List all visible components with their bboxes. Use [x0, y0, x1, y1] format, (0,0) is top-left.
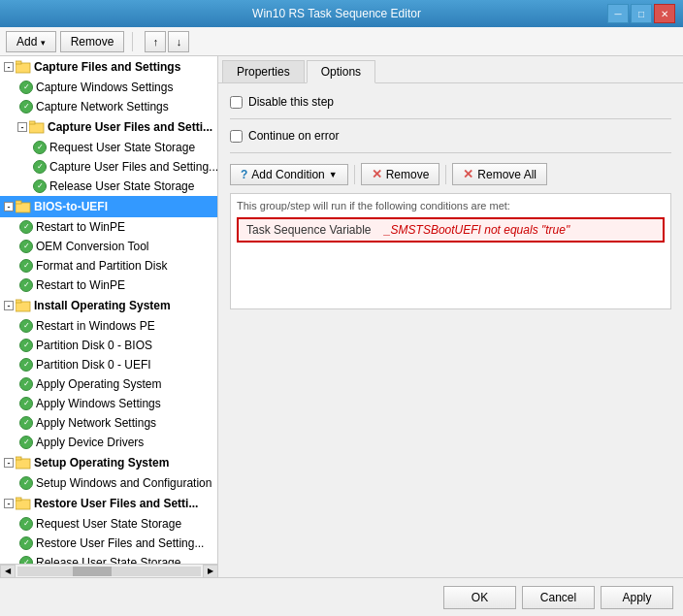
divider-1: [230, 118, 671, 119]
check-icon: [19, 397, 33, 410]
check-icon: [19, 416, 33, 430]
svg-rect-5: [16, 201, 21, 204]
move-up-icon[interactable]: ↑: [145, 31, 166, 52]
svg-rect-3: [29, 121, 35, 124]
item-label: Restore User Files and Setting...: [36, 535, 204, 552]
item-setup-windows[interactable]: Setup Windows and Configuration: [0, 473, 217, 493]
group-capture-user[interactable]: - Capture User Files and Setti...: [0, 116, 217, 138]
item-request-user-state[interactable]: Request User State Storage: [0, 138, 217, 157]
group-install-os[interactable]: - Install Operating System: [0, 295, 217, 316]
item-label: Request User State Storage: [36, 515, 181, 533]
condition-type: Task Sequence Variable: [246, 223, 372, 237]
item-restart-windows-pe[interactable]: Restart in Windows PE: [0, 316, 217, 336]
toolbar-icon-group: ↑ ↓: [145, 31, 189, 52]
minimize-button[interactable]: ─: [607, 4, 629, 23]
remove-button[interactable]: Remove: [60, 31, 125, 52]
group-setup-os[interactable]: - Setup Operating System: [0, 452, 217, 473]
group-capture-files[interactable]: - Capture Files and Settings: [0, 56, 217, 78]
group-restore-user[interactable]: - Restore User Files and Setti...: [0, 493, 217, 514]
expand-icon[interactable]: -: [4, 499, 14, 508]
condition-toolbar: ? Add Condition ▼ ✕ Remove ✕ Remove All: [230, 163, 671, 185]
item-label: Capture Network Settings: [36, 98, 169, 115]
add-condition-button[interactable]: ? Add Condition ▼: [230, 164, 348, 185]
item-label: Setup Windows and Configuration: [36, 474, 211, 492]
disable-step-label: Disable this step: [248, 95, 334, 109]
folder-icon: [16, 497, 31, 510]
add-button[interactable]: Add ▾: [6, 31, 56, 52]
maximize-button[interactable]: □: [631, 4, 652, 23]
item-apply-windows-settings[interactable]: Apply Windows Settings: [0, 394, 217, 413]
bottom-bar: OK Cancel Apply: [0, 577, 683, 616]
folder-icon: [16, 299, 31, 312]
item-label: Restart to WinPE: [36, 218, 125, 236]
tab-options[interactable]: Options: [307, 60, 375, 83]
check-icon: [19, 536, 33, 550]
svg-rect-1: [16, 61, 21, 64]
item-restore-user-files[interactable]: Restore User Files and Setting...: [0, 534, 217, 553]
tab-properties[interactable]: Properties: [222, 60, 305, 82]
main-toolbar: Add ▾ Remove ↑ ↓: [0, 27, 683, 56]
item-restart-winpe-2[interactable]: Restart to WinPE: [0, 276, 217, 295]
item-label: Capture Windows Settings: [36, 79, 173, 96]
item-partition-bios[interactable]: Partition Disk 0 - BIOS: [0, 336, 217, 355]
remove-condition-button[interactable]: ✕ Remove: [361, 163, 440, 185]
item-capture-user-files[interactable]: Capture User Files and Setting...: [0, 157, 217, 177]
item-label: Apply Network Settings: [36, 414, 156, 432]
check-icon: [19, 476, 33, 490]
close-button[interactable]: ✕: [654, 4, 675, 23]
continue-error-checkbox[interactable]: [230, 130, 243, 143]
folder-icon: [16, 60, 31, 74]
expand-icon[interactable]: -: [4, 202, 14, 211]
check-icon: [19, 436, 33, 449]
group-capture-files-label: Capture Files and Settings: [34, 58, 180, 76]
group-restore-user-label: Restore User Files and Setti...: [34, 495, 198, 512]
item-partition-uefi[interactable]: Partition Disk 0 - UEFI: [0, 355, 217, 374]
cancel-button[interactable]: Cancel: [522, 586, 595, 609]
condition-row[interactable]: Task Sequence Variable _SMSTSBootUEFI no…: [237, 217, 665, 243]
disable-step-checkbox[interactable]: [230, 96, 243, 109]
item-restart-winpe-1[interactable]: Restart to WinPE: [0, 217, 217, 237]
remove-all-button[interactable]: ✕ Remove All: [452, 163, 547, 185]
item-label: Request User State Storage: [49, 139, 195, 156]
item-apply-os[interactable]: Apply Operating System: [0, 374, 217, 394]
scroll-left-button[interactable]: ◀: [0, 565, 16, 578]
scroll-right-button[interactable]: ▶: [203, 565, 218, 578]
scroll-thumb[interactable]: [73, 567, 112, 576]
expand-icon[interactable]: -: [4, 62, 14, 72]
tree-panel: - Capture Files and Settings Capture Win…: [0, 56, 218, 577]
horizontal-scrollbar: ◀ ▶: [0, 564, 218, 577]
svg-rect-2: [29, 123, 44, 133]
svg-rect-0: [16, 63, 30, 73]
check-icon: [19, 278, 33, 292]
check-icon: [19, 377, 33, 391]
item-label: Apply Windows Settings: [36, 395, 161, 412]
item-apply-network-settings[interactable]: Apply Network Settings: [0, 413, 217, 433]
folder-icon: [16, 456, 31, 470]
apply-button[interactable]: Apply: [601, 586, 673, 609]
check-icon: [33, 141, 47, 154]
svg-rect-7: [16, 300, 21, 303]
item-oem-conversion[interactable]: OEM Conversion Tool: [0, 237, 217, 256]
expand-icon[interactable]: -: [4, 301, 14, 310]
toolbar-separator: [132, 32, 133, 51]
item-capture-windows[interactable]: Capture Windows Settings: [0, 78, 217, 97]
item-apply-device-drivers[interactable]: Apply Device Drivers: [0, 433, 217, 452]
expand-icon[interactable]: -: [17, 122, 27, 132]
expand-icon[interactable]: -: [4, 458, 14, 468]
item-label: Release User State Storage: [49, 178, 194, 195]
x-icon: ✕: [372, 167, 382, 181]
check-icon: [19, 517, 33, 531]
check-icon: [19, 339, 33, 352]
group-bios-uefi[interactable]: - BIOS-to-UEFI: [0, 196, 217, 217]
item-release-user-state-1[interactable]: Release User State Storage: [0, 177, 217, 196]
tab-bar: Properties Options: [218, 56, 683, 83]
item-request-user-state-2[interactable]: Request User State Storage: [0, 514, 217, 534]
item-capture-network[interactable]: Capture Network Settings: [0, 97, 217, 116]
move-down-icon[interactable]: ↓: [168, 31, 189, 52]
ok-button[interactable]: OK: [443, 586, 516, 609]
svg-rect-8: [16, 459, 30, 469]
folder-icon: [16, 200, 31, 213]
item-format-partition[interactable]: Format and Partition Disk: [0, 256, 217, 276]
group-install-os-label: Install Operating System: [34, 297, 171, 314]
item-label: Apply Operating System: [36, 375, 161, 393]
